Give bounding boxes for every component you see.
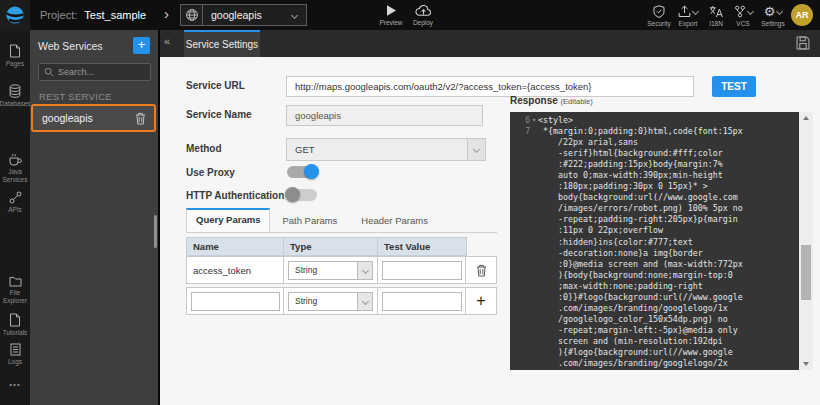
add-service-button[interactable]: +: [133, 37, 150, 54]
trash-icon: [476, 264, 487, 277]
sidebar-item-pages[interactable]: Pages: [0, 44, 30, 68]
app-window: Project: Test_sample › googleapis Previe…: [0, 0, 820, 405]
activity-bar: Pages Databases Web Services Java Servic…: [0, 30, 30, 405]
tab-service-settings[interactable]: Service Settings: [184, 30, 260, 57]
service-search: [38, 63, 151, 81]
project-name: Test_sample: [84, 9, 146, 21]
security-menu-button[interactable]: Security: [644, 5, 674, 27]
param-type-select[interactable]: String: [288, 292, 373, 311]
preview-button[interactable]: Preview: [374, 4, 408, 26]
method-label: Method: [186, 143, 222, 154]
sidebar-item-label: Logs: [8, 358, 22, 366]
toggle-knob: [304, 164, 319, 179]
branch-icon: [734, 5, 746, 18]
page-icon: [9, 313, 21, 327]
sidebar-item-label: Pages: [6, 60, 24, 68]
col-header-test-value: Test Value: [378, 238, 466, 255]
tab-query-params[interactable]: Query Params: [186, 208, 270, 232]
response-editable-note: (Editable): [561, 97, 593, 106]
test-button[interactable]: TEST: [712, 76, 756, 97]
user-avatar[interactable]: AR: [791, 4, 813, 26]
method-value: GET: [287, 144, 467, 155]
service-name-label: Service Name: [186, 109, 252, 120]
preview-label: Preview: [379, 19, 402, 26]
service-name-input[interactable]: [286, 105, 483, 126]
folder-icon: [9, 276, 22, 287]
new-param-test-value-input[interactable]: [382, 292, 462, 311]
sidebar-item-apis[interactable]: APIs: [0, 191, 30, 214]
param-test-value-input[interactable]: [382, 261, 462, 280]
save-icon: [796, 36, 810, 50]
app-logo-icon[interactable]: [0, 0, 30, 30]
editor-scrollbar[interactable]: [799, 112, 813, 370]
param-type-select[interactable]: String: [288, 261, 373, 280]
sidebar-item-logs[interactable]: Logs: [0, 343, 30, 366]
vcs-menu-button[interactable]: VCS: [728, 5, 758, 27]
panel-scrollbar[interactable]: [154, 215, 157, 248]
sidebar-overflow-button[interactable]: •••: [0, 380, 30, 389]
trash-icon: [135, 112, 146, 125]
delete-param-button[interactable]: [466, 257, 496, 283]
sidebar-item-java-services[interactable]: Java Services: [0, 153, 30, 183]
settings-menu-button[interactable]: ⚙ Settings: [758, 5, 788, 27]
response-code-editor[interactable]: 6▾<style>7 *{margin:0;padding:0}html,cod…: [510, 112, 799, 370]
translate-icon: [709, 5, 723, 18]
response-label: Response (Editable): [510, 95, 593, 106]
web-services-panel: Web Services + REST SERVICE googleapis: [30, 30, 160, 405]
param-type-value: String: [289, 296, 357, 306]
scrollbar-thumb[interactable]: [801, 245, 811, 300]
plus-icon: +: [476, 293, 485, 309]
service-selector-dropdown[interactable]: googleapis: [180, 4, 307, 26]
shield-icon: [653, 5, 665, 18]
delete-service-button[interactable]: [135, 112, 146, 125]
save-button[interactable]: [796, 36, 810, 50]
sidebar-item-tutorials[interactable]: Tutorials: [0, 313, 30, 337]
gear-icon: ⚙: [764, 5, 776, 18]
new-param-name-input[interactable]: [191, 292, 280, 311]
coffee-cup-icon: [8, 153, 22, 166]
settings-label: Settings: [761, 20, 785, 27]
search-icon: [44, 67, 54, 77]
sidebar-item-label: Tutorials: [3, 329, 28, 337]
top-bar: Project: Test_sample › googleapis Previe…: [0, 0, 820, 30]
export-menu-button[interactable]: Export: [673, 5, 703, 27]
select-chevron: [357, 262, 372, 279]
tab-bar: « Service Settings: [160, 30, 820, 57]
search-input[interactable]: [58, 67, 143, 77]
deploy-button[interactable]: Deploy: [406, 4, 440, 26]
service-settings-content: Service URL TEST Service Name Method GET…: [160, 57, 820, 405]
i18n-menu-button[interactable]: I18N: [701, 5, 731, 27]
globe-icon: [181, 5, 203, 25]
chevron-down-icon: [776, 8, 783, 15]
method-select[interactable]: GET: [286, 138, 486, 161]
use-proxy-toggle[interactable]: [287, 166, 317, 178]
sidebar-item-label: Java Services: [0, 168, 30, 183]
deploy-label: Deploy: [413, 19, 433, 26]
service-list-item-googleapis[interactable]: googleapis: [31, 104, 156, 132]
param-type-value: String: [289, 265, 357, 275]
tab-header-params[interactable]: Header Params: [349, 209, 440, 232]
table-header-row: Name Type Test Value: [186, 237, 467, 256]
scroll-up-icon[interactable]: [803, 116, 809, 120]
param-tabs: Query Params Path Params Header Params: [186, 209, 497, 233]
breadcrumb-chevron-icon: ›: [164, 5, 169, 22]
service-url-input[interactable]: [286, 76, 694, 97]
params-table: Name Type Test Value access_token String: [186, 237, 497, 315]
page-icon: [9, 44, 21, 58]
use-proxy-label: Use Proxy: [186, 167, 235, 178]
sidebar-item-label: Databases: [0, 100, 31, 108]
add-param-button[interactable]: +: [466, 288, 496, 314]
sidebar-item-file-explorer[interactable]: File Explorer: [0, 276, 30, 304]
sidebar-item-databases[interactable]: Databases: [0, 84, 30, 108]
tab-path-params[interactable]: Path Params: [270, 209, 349, 232]
select-chevron: [467, 139, 485, 160]
collapse-panel-button[interactable]: «: [164, 35, 170, 47]
rest-service-section-label: REST SERVICE: [39, 91, 112, 102]
scroll-down-icon[interactable]: [803, 362, 809, 366]
export-label: Export: [679, 20, 698, 27]
http-auth-toggle[interactable]: [287, 189, 317, 201]
sidebar-item-label: File Explorer: [0, 289, 30, 304]
chevron-down-icon: [746, 8, 753, 15]
sidebar-item-label: APIs: [8, 206, 22, 214]
table-row: String +: [186, 287, 497, 315]
